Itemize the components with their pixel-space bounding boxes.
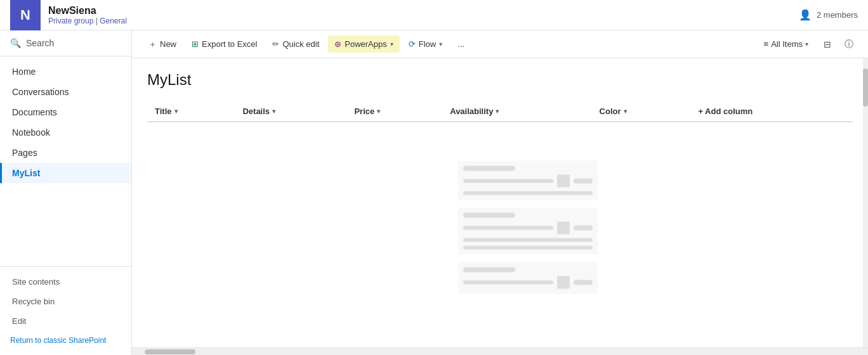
skeleton-line xyxy=(463,179,553,183)
skeleton-line xyxy=(574,225,593,230)
sidebar-item-conversations[interactable]: Conversations xyxy=(0,82,131,102)
sidebar-item-mylist[interactable]: MyList xyxy=(0,163,131,183)
title-sort-icon: ▾ xyxy=(174,108,178,115)
site-meta: Private group | General xyxy=(48,16,127,25)
price-sort-icon: ▾ xyxy=(377,108,380,115)
search-label: Search xyxy=(26,38,54,48)
toolbar-right: ≡ All Items ▾ ⊟ ⓘ xyxy=(758,36,858,53)
return-classic-link[interactable]: Return to classic SharePoint xyxy=(0,331,131,350)
list-title: MyList xyxy=(147,71,853,89)
site-info: NewSiena Private group | General xyxy=(48,5,127,25)
view-chevron: ▾ xyxy=(805,41,808,48)
powerapps-chevron: ▾ xyxy=(390,41,393,48)
col-price[interactable]: Price ▾ xyxy=(346,101,442,122)
skeleton-box xyxy=(557,174,570,187)
col-details[interactable]: Details ▾ xyxy=(235,101,346,122)
sidebar-item-documents[interactable]: Documents xyxy=(0,102,131,122)
flow-icon: ⟳ xyxy=(409,39,416,49)
info-button[interactable]: ⓘ xyxy=(840,36,858,53)
skeleton-line xyxy=(463,267,515,272)
add-column-button[interactable]: + Add column xyxy=(690,101,853,122)
skeleton-line xyxy=(463,280,553,284)
sidebar-item-notebook[interactable]: Notebook xyxy=(0,122,131,143)
members-icon: 👤 xyxy=(799,9,812,21)
site-section-link[interactable]: General xyxy=(100,16,127,25)
export-excel-button[interactable]: ⊞ Export to Excel xyxy=(185,36,263,53)
sidebar-item-recycle-bin[interactable]: Recycle bin xyxy=(0,292,131,311)
members-label[interactable]: 2 members xyxy=(817,10,858,20)
details-sort-icon: ▾ xyxy=(272,108,275,115)
list-table: Title ▾ Details ▾ Price xyxy=(147,101,853,122)
filter-lines-icon: ≡ xyxy=(764,39,769,49)
main-content: ＋ New ⊞ Export to Excel ✏ Quick edit ⊛ P… xyxy=(132,30,868,355)
horizontal-scrollbar-thumb[interactable] xyxy=(145,349,195,354)
skeleton-line xyxy=(463,191,593,195)
header-right: 👤 2 members xyxy=(799,9,858,21)
content-area: MyList Title ▾ Details ▾ xyxy=(132,58,868,347)
main-layout: 🔍 Search Home Conversations Documents No… xyxy=(0,30,868,355)
quick-edit-button[interactable]: ✏ Quick edit xyxy=(266,36,326,53)
skeleton-row-1 xyxy=(458,160,598,200)
sidebar-item-home[interactable]: Home xyxy=(0,61,131,82)
sidebar-footer: Site contents Recycle bin Edit Return to… xyxy=(0,266,131,355)
search-bar[interactable]: 🔍 Search xyxy=(0,30,131,56)
excel-icon: ⊞ xyxy=(192,39,199,49)
skeleton-row-3 xyxy=(458,262,598,294)
site-name: NewSiena xyxy=(48,5,127,16)
nav-items: Home Conversations Documents Notebook Pa… xyxy=(0,56,131,266)
horizontal-scrollbar[interactable] xyxy=(132,347,868,355)
sidebar: 🔍 Search Home Conversations Documents No… xyxy=(0,30,132,355)
flow-button[interactable]: ⟳ Flow ▾ xyxy=(402,36,449,53)
col-color[interactable]: Color ▾ xyxy=(592,101,691,122)
powerapps-icon: ⊛ xyxy=(334,39,341,49)
skeleton-line xyxy=(574,280,593,285)
skeleton-line xyxy=(463,226,553,229)
scrollbar-track[interactable] xyxy=(863,58,868,347)
more-button[interactable]: ... xyxy=(451,36,471,53)
scrollbar-thumb[interactable] xyxy=(863,68,868,106)
powerapps-button[interactable]: ⊛ PowerApps ▾ xyxy=(328,36,399,53)
col-availability[interactable]: Availability ▾ xyxy=(442,101,591,122)
pencil-icon: ✏ xyxy=(272,39,279,49)
skeleton-line xyxy=(463,212,515,217)
site-logo[interactable]: N xyxy=(10,0,41,30)
skeleton-row-2 xyxy=(458,207,598,254)
sidebar-item-pages[interactable]: Pages xyxy=(0,143,131,163)
sidebar-item-edit[interactable]: Edit xyxy=(0,311,131,331)
filter-button[interactable]: ⊟ xyxy=(819,36,836,53)
plus-icon: ＋ xyxy=(148,39,157,50)
new-button[interactable]: ＋ New xyxy=(142,35,183,54)
site-header: N NewSiena Private group | General 👤 2 m… xyxy=(0,0,868,30)
skeleton-line xyxy=(574,178,593,183)
skeleton-box xyxy=(557,276,570,288)
view-selector[interactable]: ≡ All Items ▾ xyxy=(758,36,815,53)
col-title[interactable]: Title ▾ xyxy=(147,101,235,122)
skeleton-loading xyxy=(458,160,598,301)
skeleton-line xyxy=(463,245,593,249)
toolbar: ＋ New ⊞ Export to Excel ✏ Quick edit ⊛ P… xyxy=(132,30,868,58)
search-icon: 🔍 xyxy=(10,38,21,48)
flow-chevron: ▾ xyxy=(439,41,442,48)
skeleton-line xyxy=(463,238,593,242)
availability-sort-icon: ▾ xyxy=(496,108,499,115)
sidebar-item-site-contents[interactable]: Site contents xyxy=(0,272,131,292)
skeleton-box xyxy=(557,221,570,234)
skeleton-line xyxy=(463,165,515,171)
color-sort-icon: ▾ xyxy=(624,108,627,115)
